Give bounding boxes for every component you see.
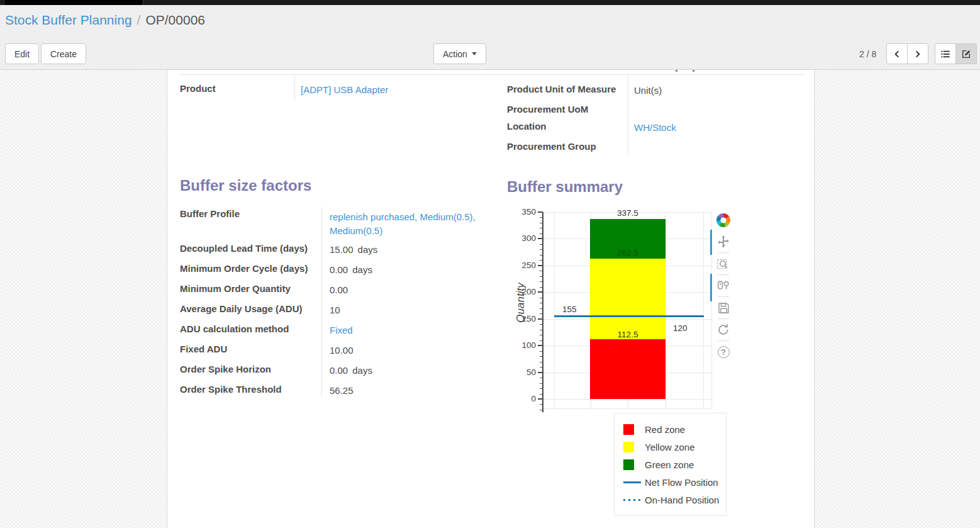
compare-hover-icon[interactable] — [716, 278, 731, 293]
section-title-buffer-size-factors: Buffer size factors — [180, 177, 311, 194]
breadcrumb-parent-link[interactable]: Stock Buffer Planning — [5, 13, 132, 27]
legend-swatch-icon — [623, 481, 645, 483]
legend-item[interactable]: Red zone — [623, 424, 720, 435]
form-view-icon — [961, 49, 971, 59]
control-panel: Stock Buffer Planning/OP/00006 Edit Crea… — [0, 5, 980, 70]
red-zone-top-label: 112.5 — [590, 330, 665, 339]
clipped-row-remnant — [693, 70, 694, 72]
legend-swatch-icon — [623, 459, 645, 470]
gridline-vertical — [665, 212, 666, 408]
chevron-right-icon — [913, 50, 922, 59]
caret-down-icon — [472, 52, 477, 55]
yellow-zone-bar — [590, 259, 665, 339]
breadcrumb-separator: / — [137, 13, 141, 27]
breadcrumb: Stock Buffer Planning/OP/00006 — [5, 13, 205, 28]
create-button[interactable]: Create — [41, 43, 86, 64]
chevron-left-icon — [893, 50, 901, 59]
section-title-buffer-summary: Buffer summary — [507, 178, 623, 196]
modebar-separator — [718, 252, 729, 253]
field-value-buffer-profile-link[interactable]: replenish purchased, Medium(0.5), Medium… — [330, 210, 488, 238]
gridline-horizontal — [543, 399, 711, 400]
modebar-separator — [718, 340, 729, 341]
pager-previous-button[interactable] — [886, 43, 908, 64]
box-zoom-icon[interactable] — [716, 256, 731, 271]
field-value-dlt: 15.00days — [330, 244, 377, 255]
green-zone-top-label: 337.5 — [590, 208, 665, 218]
y-tick-label: 350 — [512, 207, 536, 217]
list-view-button[interactable] — [935, 43, 956, 64]
field-value-product-link[interactable]: [ADPT] USB Adapter — [301, 84, 388, 95]
save-icon[interactable] — [716, 300, 731, 315]
group-top-border — [180, 74, 804, 75]
chart-legend: Red zoneYellow zoneGreen zoneNet Flow Po… — [614, 413, 727, 516]
plotly-logo-icon[interactable] — [716, 213, 731, 228]
edit-button[interactable]: Edit — [5, 43, 39, 64]
list-view-icon — [940, 49, 950, 59]
field-label-product-uom: Product Unit of Measure — [507, 84, 616, 94]
gridline-vertical — [554, 212, 555, 408]
form-view-button[interactable] — [955, 43, 977, 64]
spike-horizon-suffix: days — [352, 365, 372, 376]
field-value-spike-horizon: 0.00days — [330, 365, 372, 376]
chart-modebar: ? — [715, 210, 732, 362]
field-label-dlt: Decoupled Lead Time (days) — [180, 243, 308, 254]
legend-swatch-icon — [623, 442, 645, 452]
breadcrumb-current: OP/00006 — [145, 13, 205, 27]
y-tick-label: 250 — [512, 261, 536, 271]
field-label-procurement-group: Procurement Group — [507, 141, 596, 152]
field-value-adu: 10 — [330, 305, 340, 315]
field-label-moc: Minimum Order Cycle (days) — [180, 263, 308, 274]
buffer-factors-group: Buffer Profile replenish purchased, Medi… — [180, 205, 482, 406]
legend-swatch-icon — [623, 424, 645, 435]
legend-label: Red zone — [645, 424, 685, 435]
top-menu-active-segment — [5, 0, 143, 5]
legend-item[interactable]: Green zone — [623, 459, 720, 470]
y-tick-label: 100 — [512, 340, 536, 351]
modebar-active-indicator — [710, 230, 712, 255]
field-value-spike-threshold: 56.25 — [330, 385, 354, 396]
help-icon[interactable]: ? — [716, 344, 731, 359]
field-label-spike-threshold: Order Spike Threshold — [180, 384, 282, 395]
modebar-separator — [718, 274, 729, 275]
field-label-adu-method: ADU calculation method — [180, 323, 289, 334]
view-switcher — [935, 43, 977, 64]
action-label: Action — [443, 49, 467, 59]
action-dropdown-button[interactable]: Action — [433, 43, 486, 64]
y-tick-label: 0 — [512, 394, 536, 404]
field-label-adu: Average Daily Usage (ADU) — [180, 303, 303, 314]
y-tick-label: 200 — [512, 287, 536, 297]
content-background: Product [ADPT] USB Adapter Product Unit … — [0, 70, 980, 528]
legend-item[interactable]: Net Flow Position — [623, 476, 720, 488]
legend-label: Net Flow Position — [645, 477, 718, 488]
legend-swatch-icon — [623, 499, 645, 501]
gridline-vertical — [703, 212, 704, 408]
pager-buttons — [886, 43, 928, 64]
field-value-product-uom: Unit(s) — [634, 85, 662, 96]
field-label-spike-horizon: Order Spike Horizon — [180, 364, 271, 374]
group-separator — [628, 74, 628, 155]
dlt-suffix: days — [358, 244, 378, 255]
plot-border-bottom — [543, 408, 711, 409]
net-flow-position-line — [554, 315, 704, 317]
modebar-separator — [718, 318, 729, 319]
field-value-adu-method-link[interactable]: Fixed — [330, 325, 353, 335]
legend-item[interactable]: On-Hand Position — [623, 494, 720, 505]
legend-label: Yellow zone — [645, 442, 695, 452]
spike-horizon-number: 0.00 — [330, 365, 348, 376]
pager-next-button[interactable] — [907, 43, 928, 64]
field-label-procurement-uom: Procurement UoM — [507, 104, 588, 115]
group-separator — [321, 207, 322, 397]
reset-axes-icon[interactable] — [716, 322, 731, 337]
on-hand-position-label: 120 — [673, 323, 688, 333]
field-value-moc: 0.00days — [330, 264, 372, 275]
form-sheet: Product [ADPT] USB Adapter Product Unit … — [167, 70, 815, 528]
field-value-fixed-adu: 10.00 — [330, 345, 354, 356]
moc-suffix: days — [352, 264, 372, 275]
pan-icon[interactable] — [716, 234, 731, 249]
modebar-active-indicator — [710, 274, 712, 301]
field-label-product: Product — [180, 83, 216, 94]
field-label-moq: Minimum Order Quantity — [180, 283, 291, 294]
legend-item[interactable]: Yellow zone — [623, 441, 720, 452]
field-value-location-link[interactable]: WH/Stock — [634, 122, 676, 133]
top-menu-strip — [0, 0, 980, 5]
